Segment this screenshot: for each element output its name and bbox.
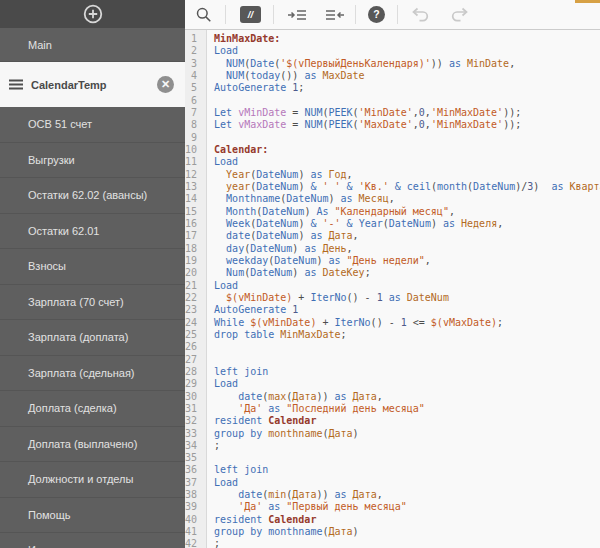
code-line[interactable]: Load [214, 156, 600, 168]
code-token: DateKey [322, 267, 364, 278]
sidebar-item-Зарплата (сдельная)[interactable]: Зарплата (сдельная) [0, 356, 185, 392]
code-line[interactable] [214, 354, 600, 366]
code-line[interactable]: left join [214, 464, 600, 476]
code-line[interactable]: group by monthname(Дата) [214, 428, 600, 440]
code-line[interactable]: ; [214, 440, 600, 452]
code-token: by [250, 428, 262, 439]
sidebar-item-Взносы[interactable]: Взносы [0, 249, 185, 285]
code-token: max [268, 391, 286, 402]
code-line[interactable]: Load [214, 477, 600, 489]
code-line[interactable]: resident Calendar [214, 415, 600, 427]
code-token: MaxDate [322, 70, 364, 81]
undo-button[interactable] [410, 7, 430, 22]
code-line[interactable]: year(DateNum) & ' ' & 'Кв.' & ceil(month… [214, 181, 600, 193]
script-editor[interactable]: 1234567891011121314151617181920212223242… [185, 30, 600, 548]
code-line[interactable]: drop table MinMaxDate; [214, 329, 600, 341]
code-line[interactable]: Let vMinDate = NUM(PEEK('MinDate',0,'Min… [214, 107, 600, 119]
line-number: 7 [185, 107, 197, 119]
code-line[interactable]: Calendar: [214, 144, 600, 156]
sidebar-item-Зарплата (70 счет)[interactable]: Зарплата (70 счет) [0, 285, 185, 321]
code-line[interactable]: 'Да' as "Первый день месяца" [214, 501, 600, 513]
code-line[interactable]: group by monthname(Дата) [214, 526, 600, 538]
code-line[interactable]: Month(DateNum) As "Календарный месяц", [214, 206, 600, 218]
code-line[interactable]: Monthname(DateNum) as Месяц, [214, 193, 600, 205]
code-token: as [389, 292, 401, 303]
sidebar-item-CalendarTemp[interactable]: CalendarTemp✕ [0, 62, 185, 107]
code-token: Let [214, 107, 232, 118]
code-line[interactable]: date(max(Дата)) as Дата, [214, 391, 600, 403]
code-line[interactable]: NUM(Date('$(vПервыйДеньКалендаря)')) as … [214, 58, 600, 70]
code-token: AutoGenerate [214, 82, 286, 93]
code-token: as [551, 181, 563, 192]
code-line[interactable]: date(min(Дата)) as Дата, [214, 489, 600, 501]
sidebar-header [0, 0, 185, 28]
code-token: date [238, 391, 262, 402]
add-section-button[interactable] [83, 4, 103, 24]
code-line[interactable] [214, 132, 600, 144]
drag-handle-icon[interactable] [9, 79, 23, 90]
sidebar-item-Остатки 62.02 (авансы)[interactable]: Остатки 62.02 (авансы) [0, 178, 185, 214]
code-line[interactable]: ; [214, 538, 600, 548]
comment-toggle-button[interactable]: // [240, 6, 261, 23]
code-token: Year [226, 169, 250, 180]
code-token [214, 206, 226, 217]
code-line[interactable]: MinMaxDate: [214, 33, 600, 45]
sidebar-item-Main[interactable]: Main [0, 28, 185, 62]
code-line[interactable]: Let vMaxDate = NUM(PEEK('MaxDate',0,'Min… [214, 119, 600, 131]
sidebar-item-Итого[interactable]: Итого [0, 533, 185, 548]
sidebar-item-Помощь[interactable]: Помощь [0, 498, 185, 534]
code-token: DateNum [256, 169, 298, 180]
sidebar-item-Выгрузки[interactable]: Выгрузки [0, 143, 185, 179]
code-line[interactable]: Load [214, 280, 600, 292]
outdent-button[interactable] [325, 7, 345, 23]
close-section-icon[interactable]: ✕ [157, 76, 174, 93]
code-token: () - [347, 292, 377, 303]
code-line[interactable]: AutoGenerate 1 [214, 304, 600, 316]
line-number: 36 [185, 464, 197, 476]
code-line[interactable] [214, 341, 600, 353]
code-token [214, 501, 238, 512]
code-line[interactable]: day(DateNum) as День, [214, 243, 600, 255]
code-token [214, 230, 226, 241]
sidebar-item-ОСВ 51 счет[interactable]: ОСВ 51 счет [0, 107, 185, 143]
sidebar-item-Доплата (выплачено)[interactable]: Доплата (выплачено) [0, 427, 185, 463]
code-line[interactable]: Week(DateNum) & '-' & Year(DateNum) as Н… [214, 218, 600, 230]
code-line[interactable]: $(vMinDate) + IterNo() - 1 as DateNum [214, 292, 600, 304]
code-token: Load [214, 280, 238, 291]
sidebar-item-Доплата (сделка)[interactable]: Доплата (сделка) [0, 391, 185, 427]
line-number: 15 [185, 206, 197, 218]
code-token: , [347, 169, 353, 180]
sidebar-item-Остатки 62.01[interactable]: Остатки 62.01 [0, 214, 185, 250]
editor-toolbar: // ? [185, 0, 600, 30]
code-line[interactable]: weekday(DateNum) as "День недели", [214, 255, 600, 267]
search-button[interactable] [195, 6, 213, 24]
code-token: ceil [407, 181, 431, 192]
indent-button[interactable] [287, 7, 307, 23]
code-token: Дата [292, 391, 316, 402]
code-area[interactable]: MinMaxDate:Load NUM(Date('$(vПервыйДеньК… [207, 30, 600, 548]
code-line[interactable]: Year(DateNum) as Год, [214, 169, 600, 181]
code-token: date [238, 489, 262, 500]
code-line[interactable]: Load [214, 378, 600, 390]
sidebar-item-Зарплата (доплата)[interactable]: Зарплата (доплата) [0, 320, 185, 356]
code-line[interactable]: Num(DateNum) as DateKey; [214, 267, 600, 279]
help-button[interactable]: ? [368, 6, 385, 23]
code-token: Квартал [569, 181, 600, 192]
code-line[interactable]: Load [214, 45, 600, 57]
code-token: ) [328, 193, 340, 204]
code-line[interactable]: date(DateNum) as Дата, [214, 230, 600, 242]
indent-icon [287, 7, 307, 23]
code-line[interactable] [214, 95, 600, 107]
code-line[interactable]: resident Calendar [214, 514, 600, 526]
line-number: 38 [185, 489, 197, 501]
code-line[interactable] [214, 452, 600, 464]
sidebar-item-Должности и отделы[interactable]: Должности и отделы [0, 462, 185, 498]
code-line[interactable]: While $(vMinDate) + IterNo() - 1 <= $(vM… [214, 317, 600, 329]
code-line[interactable]: 'Да' as "Последний день месяца" [214, 403, 600, 415]
redo-button[interactable] [450, 7, 470, 22]
code-line[interactable]: left join [214, 366, 600, 378]
section-label: Должности и отделы [28, 473, 133, 485]
code-line[interactable]: AutoGenerate 1; [214, 82, 600, 94]
outdent-icon [325, 7, 345, 23]
code-line[interactable]: NUM(today()) as MaxDate [214, 70, 600, 82]
